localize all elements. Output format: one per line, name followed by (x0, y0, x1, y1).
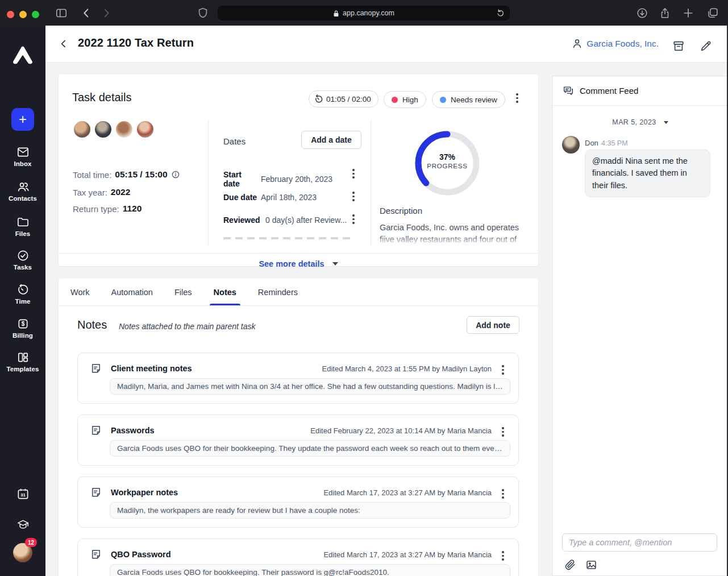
note-menu-kebab[interactable] (499, 551, 507, 561)
canopy-logo[interactable] (13, 46, 33, 65)
tab-label: Reminders (258, 288, 298, 297)
priority-chip[interactable]: High (384, 91, 426, 108)
note-icon (90, 425, 102, 436)
notes-subtitle: Notes attached to the main parent task (119, 322, 255, 331)
task-menu-kebab[interactable] (513, 93, 521, 103)
note-content[interactable]: Garcia Foods uses QBO for bookkeeping. T… (110, 564, 510, 576)
sidebar-toggle-icon[interactable] (55, 7, 68, 19)
chevron-down-icon (664, 121, 668, 124)
tab-overview-icon[interactable] (706, 7, 719, 19)
date-label: Reviewed (223, 216, 264, 225)
date-value: February 20th, 2023 (261, 175, 332, 184)
total-time-value: 05:15 / 15:00 (115, 169, 167, 180)
add-date-button[interactable]: Add a date (301, 131, 361, 149)
address-bar[interactable]: app.canopy.com (218, 6, 510, 20)
edit-pencil-icon[interactable] (700, 40, 712, 52)
note-content[interactable]: Garcia Foods uses QBO for their bookkeep… (110, 440, 510, 457)
date-row-menu[interactable] (350, 169, 357, 179)
image-icon[interactable] (585, 559, 597, 571)
back-button[interactable] (58, 38, 69, 49)
note-meta: Edited March 17, 2023 at 3:27 AM by Mari… (323, 550, 492, 559)
description-fade (380, 236, 521, 245)
plus-label: + (19, 111, 27, 127)
archive-icon[interactable] (672, 40, 685, 52)
comment-feed-header: Comment Feed (552, 76, 728, 106)
downloads-icon[interactable] (636, 7, 648, 19)
comment-input[interactable] (562, 533, 717, 552)
sidebar-item-billing[interactable]: $ Billing (0, 317, 45, 339)
tab-automation[interactable]: Automation (107, 279, 157, 305)
assignee-avatars[interactable] (73, 120, 157, 139)
note-menu-kebab[interactable] (499, 489, 507, 499)
folder-icon (16, 216, 30, 229)
total-time-label: Total time: (73, 170, 111, 180)
share-icon[interactable] (659, 7, 671, 19)
notification-badge: 12 (25, 538, 37, 547)
sidebar-item-label: Billing (13, 332, 33, 339)
tab-files[interactable]: Files (170, 279, 196, 305)
date-divider[interactable]: MAR 5, 2023 (552, 118, 728, 126)
shield-icon[interactable] (197, 7, 209, 19)
status-chip[interactable]: Needs review (432, 91, 505, 108)
task-details-title: Task details (72, 91, 132, 104)
note-title: Client meeting notes (111, 364, 192, 373)
url-text: app.canopy.com (343, 9, 394, 17)
window-close-button[interactable] (7, 11, 14, 18)
sidebar-item-contacts[interactable]: Contacts (0, 180, 45, 202)
assignee-avatar[interactable] (94, 120, 113, 139)
new-tab-icon[interactable] (682, 7, 694, 19)
clipped-date-row (223, 237, 352, 239)
note-card[interactable]: QBO Password Edited March 17, 2023 at 3:… (77, 538, 519, 576)
note-icon (90, 363, 102, 374)
note-card[interactable]: Workpaper notes Edited March 17, 2023 at… (77, 476, 519, 528)
note-card[interactable]: Passwords Edited February 22, 2023 at 10… (77, 415, 519, 466)
sidebar-item-inbox[interactable]: Inbox (0, 146, 45, 167)
tab-notes[interactable]: Notes (210, 279, 240, 305)
window-minimize-button[interactable] (19, 11, 27, 18)
timer-chip[interactable]: 01:05 / 02:00 (309, 90, 378, 107)
note-meta: Edited March 17, 2023 at 3:27 AM by Mari… (323, 488, 492, 497)
assignee-avatar[interactable] (136, 120, 155, 139)
task-details-card: Task details 01:05 / 02:00 High Needs re… (59, 74, 538, 266)
inbox-icon (16, 146, 30, 159)
note-content[interactable]: Madilyn, the workpapers are ready for re… (110, 502, 510, 519)
window-zoom-button[interactable] (32, 11, 39, 18)
sidebar-item-time[interactable]: Time (0, 283, 45, 305)
note-meta: Edited February 22, 2023 at 10:14 AM by … (310, 426, 492, 435)
note-content[interactable]: Madilyn, Maria, and James met with Nina … (110, 378, 510, 395)
comment-author-avatar[interactable] (562, 136, 580, 154)
training-icon[interactable] (16, 518, 30, 531)
comment-author: Don (585, 139, 598, 147)
date-row-menu[interactable] (350, 192, 357, 201)
calendar-icon[interactable]: 31 (16, 487, 30, 500)
sidebar-item-templates[interactable]: Templates (0, 351, 45, 372)
sidebar-item-tasks[interactable]: Tasks (0, 249, 45, 271)
date-row-menu[interactable] (350, 214, 357, 224)
tab-label: Notes (214, 288, 236, 297)
assignee-avatar[interactable] (73, 120, 91, 139)
note-icon (90, 487, 102, 498)
note-menu-kebab[interactable] (499, 427, 507, 437)
global-add-button[interactable]: + (11, 108, 34, 131)
note-title: QBO Password (111, 550, 171, 559)
browser-forward-icon[interactable] (100, 7, 113, 19)
refresh-icon[interactable] (496, 9, 505, 18)
sidebar-item-files[interactable]: Files (0, 216, 45, 237)
comment-bubble[interactable]: @maddi Nina sent me the financials. I sa… (585, 150, 710, 197)
add-note-button[interactable]: Add note (467, 316, 519, 334)
tab-label: Files (174, 288, 192, 297)
attachment-icon[interactable] (564, 559, 576, 571)
note-card[interactable]: Client meeting notes Edited March 4, 202… (77, 353, 519, 404)
comment-time: 4:35 PM (601, 139, 628, 147)
browser-back-icon[interactable] (80, 7, 93, 19)
contacts-icon (16, 180, 30, 193)
tab-reminders[interactable]: Reminders (254, 279, 302, 305)
timer-value: 01:05 / 02:00 (326, 95, 371, 103)
assignee-avatar[interactable] (115, 120, 134, 139)
tab-work[interactable]: Work (66, 279, 94, 305)
client-link[interactable]: Garcia Foods, Inc. (571, 38, 659, 49)
info-icon[interactable] (171, 170, 180, 179)
return-type-label: Return type: (73, 204, 119, 214)
see-more-details[interactable]: See more details (59, 253, 538, 266)
note-menu-kebab[interactable] (499, 365, 507, 375)
